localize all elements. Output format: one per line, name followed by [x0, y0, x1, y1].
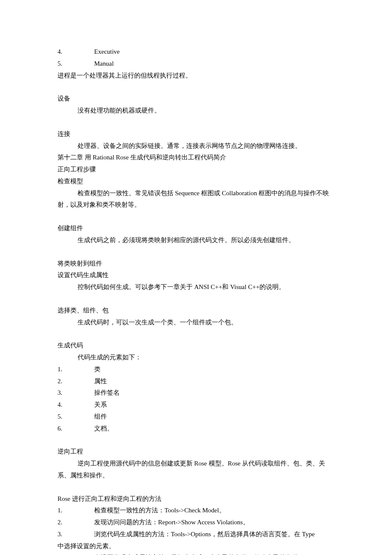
list-text: 浏览代码生成属性的方法：Tools->Options，然后选择具体的语言页签。在…	[94, 529, 337, 541]
list-item: 2. 发现访问问题的方法：Report->Show Access Violati…	[58, 517, 337, 529]
list-number: 2.	[58, 376, 94, 387]
heading-generate: 生成代码	[58, 340, 337, 352]
list-number: 2.	[58, 517, 94, 529]
list-item: 6. 文档。	[58, 423, 337, 435]
heading-create: 创建组件	[58, 223, 337, 234]
list-text: 组件	[94, 411, 337, 423]
paragraph: 检查模型的一致性。常见错误包括 Sequence 框图或 Collaborati…	[58, 188, 337, 211]
heading-device: 设备	[58, 93, 337, 105]
list-number: 1.	[58, 505, 94, 517]
list-text: 操作签名	[94, 387, 337, 399]
list-number: 6.	[58, 423, 94, 435]
list-number: 3.	[58, 529, 94, 541]
heading-setprop: 设置代码生成属性	[58, 269, 337, 281]
list-number: 4.	[58, 399, 94, 411]
list-item: 1. 类	[58, 364, 337, 376]
paragraph: 生成代码之前，必须现将类映射到相应的源代码文件。所以必须先创建组件。	[58, 234, 337, 246]
list-item: 4. Executive	[58, 46, 337, 58]
paragraph: 进程是一个处理器其上运行的但线程执行过程。	[58, 70, 337, 82]
list-item: 4. 在设置代码生成属性之前，最好先生成一个自己的备份。修改自己的备份。	[58, 552, 337, 555]
heading-check: 检查模型	[58, 176, 337, 188]
list-text: 类	[94, 364, 337, 376]
list-number: 3.	[58, 387, 94, 399]
paragraph: 逆向工程使用源代码中的信息创建或更新 Rose 模型。Rose 从代码读取组件、…	[58, 458, 337, 482]
list-item: 1. 检查模型一致性的方法：Tools->Check Model。	[58, 505, 337, 517]
list-text: 检查模型一致性的方法：Tools->Check Model。	[94, 505, 337, 517]
list-text: 在设置代码生成属性之前，最好先生成一个自己的备份。修改自己的备份。	[94, 552, 337, 555]
paragraph: 代码生成的元素如下：	[58, 352, 337, 364]
heading-forward: 正向工程步骤	[58, 164, 337, 176]
list-item: 5. 组件	[58, 411, 337, 423]
list-text: 文档。	[94, 423, 337, 435]
list-number: 1.	[58, 364, 94, 376]
list-item: 5. Manual	[58, 58, 337, 70]
list-text: 发现访问问题的方法：Report->Show Access Violations…	[94, 517, 337, 529]
list-item: 2. 属性	[58, 376, 337, 387]
list-text: 属性	[94, 376, 337, 387]
list-number: 5.	[58, 58, 94, 70]
heading-map: 将类映射到组件	[58, 258, 337, 270]
heading-methods: Rose 进行正向工程和逆向工程的方法	[58, 493, 337, 505]
list-text: 关系	[94, 399, 337, 411]
heading-reverse: 逆向工程	[58, 446, 337, 458]
heading-connection: 连接	[58, 128, 337, 140]
list-number: 5.	[58, 411, 94, 423]
paragraph: 控制代码如何生成。可以参考下一章关于 ANSI C++和 Visual C++的…	[58, 281, 337, 293]
paragraph: 没有处理功能的机器或硬件。	[58, 105, 337, 117]
list-text: Manual	[94, 58, 337, 70]
list-item: 4. 关系	[58, 399, 337, 411]
paragraph: 中选择设置的元素。	[58, 541, 337, 552]
list-text: Executive	[94, 46, 337, 58]
list-number: 4.	[58, 46, 94, 58]
document-page: 4. Executive 5. Manual 进程是一个处理器其上运行的但线程执…	[0, 0, 392, 555]
heading-select: 选择类、组件、包	[58, 305, 337, 317]
paragraph: 生成代码时，可以一次生成一个类、一个组件或一个包。	[58, 317, 337, 329]
paragraph: 处理器、设备之间的实际链接。通常，连接表示网络节点之间的物理网络连接。	[58, 140, 337, 152]
chapter-title: 第十二章 用 Rational Rose 生成代码和逆向转出工程代码简介	[58, 152, 337, 164]
list-number: 4.	[58, 552, 94, 555]
list-item: 3. 浏览代码生成属性的方法：Tools->Options，然后选择具体的语言页…	[58, 529, 337, 541]
list-item: 3. 操作签名	[58, 387, 337, 399]
